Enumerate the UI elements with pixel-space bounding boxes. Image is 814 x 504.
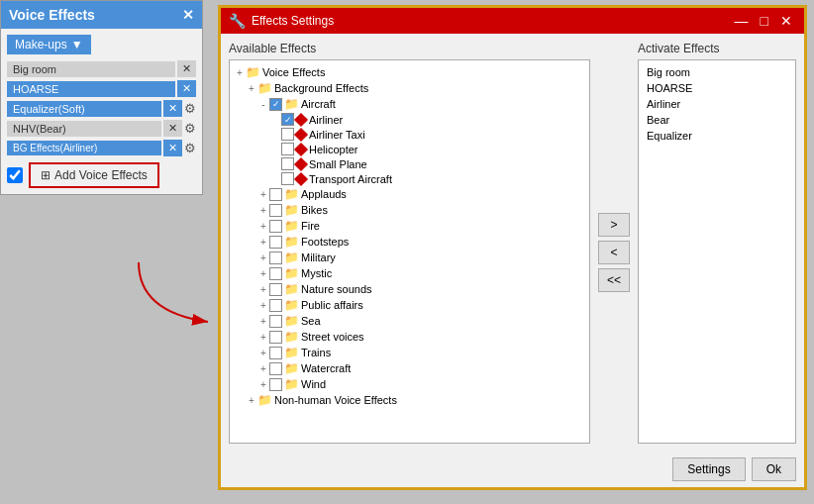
settings-button[interactable]: Settings [672, 457, 745, 481]
transfer-all-left-button[interactable]: << [598, 268, 630, 292]
tree-item-airliner[interactable]: ✓ Airliner [234, 112, 585, 127]
tree-item-transport-aircraft[interactable]: Transport Aircraft [234, 171, 585, 186]
tree-item-applauds[interactable]: + 📁 Applauds [234, 186, 585, 202]
tree-item-aircraft[interactable]: - ✓ 📁 Aircraft [234, 96, 585, 112]
tree-item-mystic[interactable]: + 📁 Mystic [234, 265, 585, 281]
tree-item-background-effects[interactable]: + 📁 Background Effects [234, 80, 585, 96]
tree-label-voice-effects: Voice Effects [262, 66, 325, 78]
checkbox-fire[interactable] [269, 220, 282, 233]
minimize-button[interactable]: — [731, 13, 753, 29]
expand-wind[interactable]: + [257, 379, 269, 390]
effect-gear-equalizer[interactable]: ⚙ [184, 101, 196, 116]
expand-mystic[interactable]: + [257, 268, 269, 279]
checkbox-nature-sounds[interactable] [269, 283, 282, 296]
checkbox-military[interactable] [269, 252, 282, 264]
activate-effects-list[interactable]: Big room HOARSE Airliner Bear Equalizer [638, 59, 796, 444]
tree-item-footsteps[interactable]: + 📁 Footsteps [234, 234, 585, 250]
tree-scroll[interactable]: + 📁 Voice Effects + 📁 Background Effects… [229, 59, 590, 444]
expand-non-human[interactable]: + [246, 395, 257, 406]
transfer-right-button[interactable]: > [598, 213, 630, 237]
expand-voice-effects[interactable]: + [234, 67, 246, 78]
expand-sea[interactable]: + [257, 316, 269, 327]
tree-item-trains[interactable]: + 📁 Trains [234, 345, 585, 360]
checkbox-watercraft[interactable] [269, 362, 282, 375]
expand-background-effects[interactable]: + [246, 83, 257, 94]
checkbox-transport-aircraft[interactable] [281, 172, 294, 185]
tree-label-applauds: Applauds [301, 188, 347, 200]
effect-remove-equalizer[interactable]: ✕ [163, 100, 182, 117]
expand-footsteps[interactable]: + [257, 237, 269, 248]
activate-effects-title: Activate Effects [638, 42, 796, 55]
tree-label-bikes: Bikes [301, 204, 328, 216]
effect-remove-nhv-bear[interactable]: ✕ [163, 120, 182, 137]
maximize-button[interactable]: □ [757, 13, 772, 29]
checkbox-mystic[interactable] [269, 267, 282, 280]
expand-fire[interactable]: + [257, 221, 269, 232]
expand-aircraft[interactable]: - [257, 99, 269, 110]
tree-item-voice-effects[interactable]: + 📁 Voice Effects [234, 64, 585, 80]
effect-label-bg-effects: BG Effects(Airliner) [7, 141, 161, 155]
effect-remove-big-room[interactable]: ✕ [177, 60, 196, 77]
expand-nature-sounds[interactable]: + [257, 284, 269, 295]
tree-item-airliner-taxi[interactable]: Airliner Taxi [234, 127, 585, 142]
tree-item-street-voices[interactable]: + 📁 Street voices [234, 329, 585, 345]
effects-title: Effects Settings [252, 14, 334, 28]
enable-checkbox[interactable] [7, 167, 23, 183]
tree-item-military[interactable]: + 📁 Military [234, 250, 585, 265]
effect-gear-nhv-bear[interactable]: ⚙ [184, 121, 196, 136]
tree-item-public-affairs[interactable]: + 📁 Public affairs [234, 297, 585, 313]
effect-remove-hoarse[interactable]: ✕ [177, 80, 196, 97]
checkbox-trains[interactable] [269, 347, 282, 359]
expand-trains[interactable]: + [257, 348, 269, 358]
checkbox-applauds[interactable] [269, 188, 282, 201]
tree-item-nature-sounds[interactable]: + 📁 Nature sounds [234, 281, 585, 297]
checkbox-airliner[interactable]: ✓ [281, 113, 294, 126]
activate-item-equalizer[interactable]: Equalizer [643, 128, 791, 144]
effect-remove-bg-effects[interactable]: ✕ [163, 140, 182, 156]
checkbox-wind[interactable] [269, 378, 282, 391]
expand-street-voices[interactable]: + [257, 332, 269, 343]
tree-item-helicopter[interactable]: Helicopter [234, 142, 585, 156]
activate-item-bear[interactable]: Bear [643, 112, 791, 128]
folder-icon-footsteps: 📁 [284, 235, 299, 249]
expand-bikes[interactable]: + [257, 205, 269, 216]
voice-effects-close-button[interactable]: ✕ [182, 7, 194, 23]
diamond-airliner [294, 112, 308, 126]
checkbox-aircraft[interactable]: ✓ [269, 98, 282, 111]
transfer-left-button[interactable]: < [598, 241, 630, 264]
tree-item-sea[interactable]: + 📁 Sea [234, 313, 585, 329]
expand-watercraft[interactable]: + [257, 363, 269, 374]
checkbox-public-affairs[interactable] [269, 299, 282, 312]
arrow-decoration [129, 252, 228, 332]
make-ups-dropdown[interactable]: Make-ups ▼ [7, 35, 91, 54]
checkbox-sea[interactable] [269, 315, 282, 328]
checkbox-airliner-taxi[interactable] [281, 128, 294, 141]
effects-window-controls: — □ ✕ [731, 13, 796, 29]
tree-item-wind[interactable]: + 📁 Wind [234, 376, 585, 392]
expand-public-affairs[interactable]: + [257, 300, 269, 311]
ok-button[interactable]: Ok [752, 457, 796, 481]
tree-label-trains: Trains [301, 347, 331, 358]
expand-military[interactable]: + [257, 252, 269, 263]
activate-item-hoarse[interactable]: HOARSE [643, 80, 791, 96]
tree-item-fire[interactable]: + 📁 Fire [234, 218, 585, 234]
checkbox-helicopter[interactable] [281, 143, 294, 155]
tree-item-watercraft[interactable]: + 📁 Watercraft [234, 360, 585, 376]
tree-label-helicopter: Helicopter [309, 144, 358, 155]
activate-item-big-room[interactable]: Big room [643, 64, 791, 80]
checkbox-small-plane[interactable] [281, 157, 294, 170]
expand-applauds[interactable]: + [257, 189, 269, 200]
checkbox-bikes[interactable] [269, 204, 282, 217]
close-button[interactable]: ✕ [776, 13, 796, 29]
add-voice-effects-button[interactable]: ⊞ Add Voice Effects [29, 162, 159, 188]
tree-item-bikes[interactable]: + 📁 Bikes [234, 202, 585, 218]
voice-effects-title-bar: Voice Effects ✕ [1, 1, 202, 29]
effects-body: Available Effects + 📁 Voice Effects + 📁 … [221, 34, 804, 452]
tree-item-small-plane[interactable]: Small Plane [234, 156, 585, 171]
activate-item-airliner[interactable]: Airliner [643, 96, 791, 112]
tree-item-non-human-voice-effects[interactable]: + 📁 Non-human Voice Effects [234, 392, 585, 408]
effect-gear-bg-effects[interactable]: ⚙ [184, 141, 196, 155]
available-effects-title: Available Effects [229, 42, 590, 55]
checkbox-footsteps[interactable] [269, 236, 282, 249]
checkbox-street-voices[interactable] [269, 331, 282, 344]
